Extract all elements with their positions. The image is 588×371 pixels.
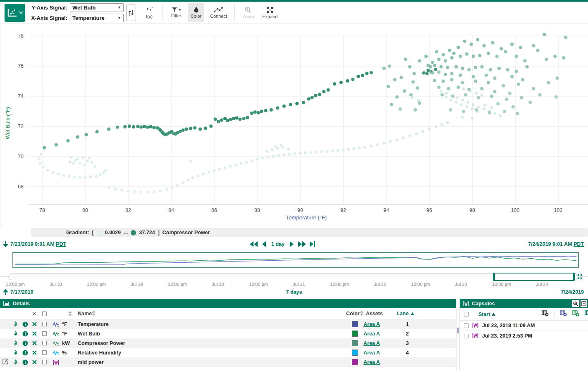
row-checkbox[interactable]	[42, 360, 47, 364]
scatter-point	[429, 65, 432, 69]
remove-all-icon[interactable]: ✕	[30, 311, 39, 317]
info-icon[interactable]	[21, 350, 30, 356]
asset-link[interactable]: Area A	[363, 321, 380, 327]
asset-link[interactable]: Area A	[363, 359, 380, 365]
brush-left-handle[interactable]	[493, 273, 495, 281]
details-row-relative-humidity[interactable]: %Relative HumidityArea A4	[0, 348, 456, 357]
color-button[interactable]: Color	[188, 3, 204, 22]
row-checkbox[interactable]	[42, 350, 47, 355]
connect-button[interactable]: Connect	[208, 3, 229, 22]
brush-step-forward-icon[interactable]	[577, 273, 584, 282]
step-back-icon[interactable]	[262, 241, 266, 247]
capsule-row[interactable]: Jul 23, 2019 11:09 AM	[460, 321, 588, 331]
sort-icon[interactable]	[360, 311, 363, 317]
send-to-trend-icon[interactable]	[11, 359, 21, 365]
sort-icon[interactable]	[62, 311, 78, 316]
display-range-end[interactable]: 7/24/2019 9:01 AM PDT	[528, 241, 584, 247]
asset-link[interactable]: Area A	[363, 331, 380, 337]
display-range-start[interactable]: 7/23/2019 9:01 AM PDT	[10, 241, 66, 247]
asset-link[interactable]: Area A	[363, 350, 380, 356]
y-axis-signal-select[interactable]: Wet Bulb▼	[70, 3, 124, 12]
y-tick-label: 78	[18, 33, 24, 39]
add-stat-column-button[interactable]	[585, 310, 588, 318]
remove-icon[interactable]	[30, 341, 39, 345]
sort-icon[interactable]	[92, 311, 96, 317]
info-icon[interactable]	[21, 321, 30, 327]
scatter-plot-tool-button[interactable]	[5, 4, 25, 22]
step-back-much-icon[interactable]	[250, 241, 258, 247]
scatter-point	[283, 153, 286, 156]
details-row-wet-bulb[interactable]: °FWet BulbArea A2	[0, 329, 456, 338]
details-row-temperature[interactable]: °FTemperatureArea A1	[0, 319, 456, 329]
panel-splitter[interactable]	[456, 299, 460, 371]
info-icon[interactable]	[21, 359, 30, 365]
step-to-end-icon[interactable]	[310, 241, 315, 247]
add-condition-column-button[interactable]	[572, 310, 579, 318]
color-swatch[interactable]	[352, 321, 358, 327]
row-checkbox[interactable]	[42, 322, 47, 326]
arrow-down-icon[interactable]	[3, 241, 8, 247]
color-swatch[interactable]	[352, 331, 358, 337]
info-icon[interactable]	[21, 340, 30, 346]
scatter-chart[interactable]: 6870727476787880828486889092949698100102…	[0, 24, 588, 226]
x-axis-signal-select[interactable]: Temperature▼	[70, 14, 124, 22]
step-forward-much-icon[interactable]	[298, 241, 306, 247]
capsule-checkbox[interactable]	[464, 334, 468, 338]
capsules-search-button[interactable]	[572, 300, 579, 307]
zoom-button[interactable]: Zoom	[240, 3, 256, 22]
assets-column-header[interactable]: Assets	[366, 311, 383, 316]
signal-icon	[50, 331, 62, 337]
investigate-start-date[interactable]: 7/17/2019	[10, 289, 33, 295]
lane-column-header[interactable]: Lane	[397, 311, 409, 316]
add-column-button[interactable]	[542, 310, 549, 318]
info-icon[interactable]	[21, 331, 30, 337]
investigate-duration[interactable]: 7 days	[286, 289, 302, 295]
timeline-tick-label: Jul 23	[455, 282, 467, 287]
row-checkbox[interactable]	[42, 331, 47, 336]
send-to-trend-icon[interactable]	[11, 321, 21, 327]
brush-right-handle[interactable]	[573, 273, 574, 281]
step-size-label[interactable]: 1 day	[271, 241, 284, 247]
capsule-checkbox[interactable]	[464, 323, 468, 328]
remove-icon[interactable]	[30, 322, 39, 326]
x-axis-signal-label: X-Axis Signal:	[29, 15, 67, 21]
scatter-point	[208, 171, 210, 174]
select-all-checkbox[interactable]	[42, 312, 47, 316]
color-column-header[interactable]: Color	[346, 311, 360, 316]
details-row-compressor-power[interactable]: kWCompressor PowerArea A3	[0, 338, 456, 348]
color-swatch[interactable]	[352, 350, 358, 356]
remove-icon[interactable]	[30, 360, 39, 364]
scatter-point	[564, 36, 567, 39]
edit-icon[interactable]	[2, 359, 8, 366]
expand-button[interactable]: Expand	[260, 3, 280, 22]
color-swatch[interactable]	[352, 359, 358, 365]
remove-icon[interactable]	[30, 331, 39, 336]
name-column-header[interactable]: Name	[78, 311, 92, 316]
swap-axes-button[interactable]	[126, 5, 136, 21]
scatter-point	[382, 142, 385, 145]
row-checkbox[interactable]	[42, 341, 47, 345]
capsules-select-all-checkbox[interactable]	[464, 312, 468, 316]
filter-button[interactable]: Filter	[168, 3, 184, 22]
timezone-link[interactable]: PDT	[56, 241, 66, 247]
start-column-header[interactable]: Start	[478, 312, 495, 317]
timezone-link[interactable]: PDT	[574, 241, 584, 247]
scatter-point	[276, 147, 279, 150]
scatter-point	[274, 145, 277, 148]
investigate-end-date[interactable]: 7/24/2019	[561, 289, 584, 295]
send-to-trend-icon[interactable]	[11, 340, 21, 346]
send-to-trend-icon[interactable]	[11, 331, 21, 337]
details-row-mid-power[interactable]: mid powerArea A	[0, 357, 456, 367]
fx-button[interactable]: f(x)	[141, 3, 158, 22]
remove-icon[interactable]	[30, 350, 39, 355]
capsule-row[interactable]: Jul 23, 2019 2:53 PM	[460, 331, 588, 341]
asset-link[interactable]: Area A	[363, 340, 380, 346]
send-to-trend-icon[interactable]	[11, 350, 21, 356]
step-forward-icon[interactable]	[290, 241, 294, 247]
capsules-collapse-button[interactable]	[580, 300, 588, 307]
selection-brush[interactable]	[493, 273, 575, 281]
arrow-up-icon[interactable]	[3, 289, 8, 295]
color-swatch[interactable]	[352, 340, 358, 346]
y-tick-label: 70	[18, 154, 24, 159]
add-signal-column-button[interactable]	[560, 310, 567, 318]
